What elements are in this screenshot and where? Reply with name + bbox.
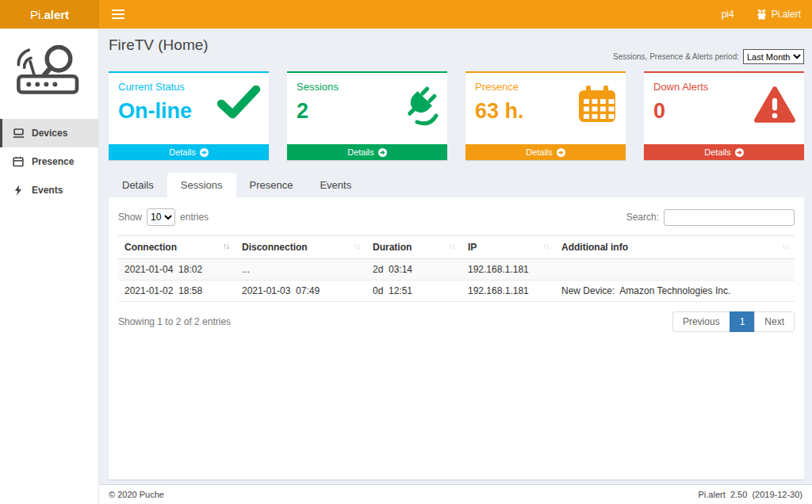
cell-duration: 0d 12:51 bbox=[366, 281, 462, 302]
content-column: FireTV (Home) Sessions, Presence & Alert… bbox=[99, 29, 812, 504]
hamburger-icon bbox=[112, 10, 124, 19]
tab-presence[interactable]: Presence bbox=[236, 173, 307, 197]
table-controls: Show 10 entries Search: bbox=[118, 208, 795, 226]
sort-icon: ↑↓ bbox=[449, 242, 455, 250]
column-header-connection[interactable]: ↑↓ Connection bbox=[118, 236, 236, 259]
plug-icon bbox=[398, 86, 439, 130]
column-header-disconnection[interactable]: ↑↓ Disconnection bbox=[236, 236, 366, 259]
brand-logo[interactable]: Pi.alert bbox=[0, 0, 99, 29]
sessions-panel: Show 10 entries Search: bbox=[109, 197, 804, 479]
entries-label: entries bbox=[180, 212, 209, 223]
details-link[interactable]: Details bbox=[644, 144, 804, 160]
pagination-page-1[interactable]: 1 bbox=[730, 311, 756, 332]
pagination: Previous 1 Next bbox=[672, 311, 795, 332]
sidebar-item-label: Events bbox=[32, 185, 63, 196]
sidebar-item-label: Devices bbox=[32, 128, 67, 139]
cell-connection: 2021-01-04 18:02 bbox=[118, 259, 236, 281]
sessions-card: Sessions 2 bbox=[287, 71, 447, 160]
period-select[interactable]: Last Month bbox=[743, 49, 804, 64]
show-label: Show bbox=[118, 212, 142, 223]
copyright-label: © 2020 Puche bbox=[109, 490, 164, 499]
check-icon bbox=[216, 86, 261, 122]
sidebar-item-devices[interactable]: Devices bbox=[0, 119, 98, 147]
calendar-icon bbox=[576, 86, 618, 127]
brand-prefix: Pi. bbox=[30, 8, 44, 21]
current-status-card: Current Status On-line Details bbox=[109, 71, 269, 160]
sessions-table: ↑↓ Connection ↑↓ Disconnection ↑↓ Durati… bbox=[118, 235, 795, 302]
table-summary: Showing 1 to 2 of 2 entries bbox=[118, 316, 231, 327]
cell-duration: 2d 03:14 bbox=[366, 259, 462, 281]
sidebar-item-events[interactable]: Events bbox=[0, 176, 98, 204]
user-label: Pi.alert bbox=[772, 9, 801, 20]
sidebar-item-presence[interactable]: Presence bbox=[0, 147, 98, 176]
arrow-circle-icon bbox=[200, 148, 209, 157]
card-body: Presence 63 h. bbox=[465, 73, 626, 144]
details-link[interactable]: Details bbox=[109, 144, 269, 160]
detail-tabs: Details Sessions Presence Events bbox=[109, 173, 804, 197]
sidebar-menu: Devices Presence Events bbox=[0, 119, 98, 204]
details-link[interactable]: Details bbox=[465, 144, 626, 160]
cell-additional-info bbox=[555, 259, 795, 281]
pagination-next[interactable]: Next bbox=[754, 311, 795, 332]
arrow-circle-icon bbox=[557, 148, 565, 157]
down-alerts-card: Down Alerts 0 Details bbox=[644, 71, 804, 160]
sort-icon: ↑↓ bbox=[542, 242, 549, 250]
arrow-circle-icon bbox=[735, 148, 744, 157]
cell-disconnection: 2021-01-03 07:49 bbox=[236, 281, 366, 302]
column-label: Connection bbox=[124, 242, 177, 253]
sidebar-item-label: Presence bbox=[32, 156, 74, 167]
period-selector: Sessions, Presence & Alerts period: Last… bbox=[613, 49, 804, 64]
raspberry-icon bbox=[756, 9, 767, 21]
tab-sessions[interactable]: Sessions bbox=[167, 173, 236, 197]
tab-events[interactable]: Events bbox=[306, 173, 365, 197]
column-header-duration[interactable]: ↑↓ Duration bbox=[366, 236, 462, 259]
sort-icon: ↑↓ bbox=[354, 242, 360, 250]
page-size-control: Show 10 entries bbox=[118, 208, 209, 226]
app-logo bbox=[0, 29, 98, 108]
column-header-additional-info[interactable]: ↑↓ Additional info bbox=[555, 236, 795, 259]
cell-disconnection: ... bbox=[236, 259, 366, 281]
column-label: IP bbox=[468, 242, 477, 253]
table-row: 2021-01-04 18:02 ... 2d 03:14 192.168.1.… bbox=[118, 259, 795, 281]
summary-cards: Current Status On-line Details bbox=[109, 71, 804, 160]
search-label: Search: bbox=[626, 212, 659, 223]
card-body: Sessions 2 bbox=[287, 73, 447, 144]
page-header: FireTV (Home) Sessions, Presence & Alert… bbox=[109, 36, 804, 67]
devices-icon bbox=[12, 128, 25, 139]
events-icon bbox=[12, 185, 25, 196]
arrow-circle-icon bbox=[378, 148, 387, 157]
table-row: 2021-01-02 18:58 2021-01-03 07:49 0d 12:… bbox=[118, 281, 795, 302]
page-footer: © 2020 Puche Pi.alert 2.50 (2019-12-30) bbox=[99, 484, 812, 504]
pagination-previous[interactable]: Previous bbox=[672, 311, 730, 332]
details-link[interactable]: Details bbox=[287, 144, 447, 160]
presence-icon bbox=[12, 156, 25, 167]
page-size-select[interactable]: 10 bbox=[147, 208, 175, 226]
host-label: pi4 bbox=[722, 9, 734, 20]
brand-bold: alert bbox=[44, 8, 69, 21]
column-header-ip[interactable]: ↑↓ IP bbox=[462, 236, 555, 259]
main-area: Devices Presence Events bbox=[0, 29, 812, 504]
router-magnifier-icon bbox=[13, 40, 86, 100]
search-control: Search: bbox=[626, 209, 795, 226]
column-label: Disconnection bbox=[242, 242, 308, 253]
column-label: Additional info bbox=[561, 242, 628, 253]
search-input[interactable] bbox=[664, 209, 795, 226]
navbar-right: pi4 Pi.alert bbox=[722, 9, 812, 21]
cell-additional-info: New Device: Amazon Technologies Inc. bbox=[555, 281, 795, 302]
warning-icon bbox=[753, 86, 796, 127]
sort-icon: ↑↓ bbox=[223, 242, 229, 250]
sort-icon: ↑↓ bbox=[782, 242, 788, 250]
user-menu[interactable]: Pi.alert bbox=[756, 9, 801, 21]
sidebar-toggle-button[interactable] bbox=[99, 0, 137, 29]
app-root: Pi.alert pi4 Pi.alert bbox=[0, 0, 812, 504]
card-body: Current Status On-line bbox=[109, 73, 269, 144]
cell-connection: 2021-01-02 18:58 bbox=[118, 281, 236, 302]
period-label: Sessions, Presence & Alerts period: bbox=[613, 52, 739, 61]
column-label: Duration bbox=[373, 242, 412, 253]
details-label: Details bbox=[347, 147, 374, 157]
version-label: Pi.alert 2.50 (2019-12-30) bbox=[699, 490, 802, 499]
cell-ip: 192.168.1.181 bbox=[462, 281, 555, 302]
tab-details[interactable]: Details bbox=[109, 173, 167, 197]
top-navbar: Pi.alert pi4 Pi.alert bbox=[0, 0, 812, 29]
table-footer-controls: Showing 1 to 2 of 2 entries Previous 1 N… bbox=[118, 311, 795, 332]
